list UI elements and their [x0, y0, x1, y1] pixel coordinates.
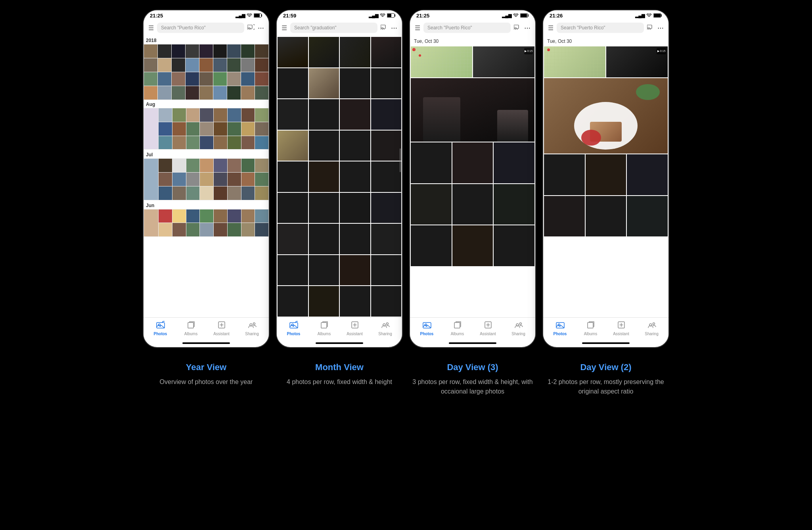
wifi-icon-2 — [380, 13, 385, 18]
month-view-title: Month View — [276, 362, 403, 373]
signal-icon-1: ▂▄▆ — [236, 13, 245, 18]
photos-icon-2 — [289, 321, 298, 331]
nav-assistant-1[interactable]: Assistant — [210, 321, 234, 336]
battery-icon-3 — [520, 13, 529, 19]
more-icon-1[interactable]: ⋯ — [258, 24, 264, 32]
photos-icon-1 — [156, 321, 165, 331]
cast-icon-4[interactable] — [647, 24, 654, 31]
desc-day-view-2: Day View (2) 1-2 photos per row, mostly … — [542, 362, 669, 396]
albums-label-3: Albums — [451, 332, 464, 336]
signal-icon-2: ▂▄▆ — [369, 13, 378, 18]
search-input-3[interactable]: Search "Puerto Rico" — [423, 23, 511, 33]
nav-albums-3[interactable]: Albums — [446, 321, 469, 336]
day-date-4: Tue, Oct 30 — [543, 36, 668, 46]
month-view-content — [277, 36, 402, 317]
day-view-3-title: Day View (3) — [409, 362, 536, 373]
svg-rect-31 — [654, 14, 661, 17]
wifi-icon-3 — [513, 13, 519, 18]
photos-label-2: Photos — [287, 332, 301, 336]
cast-icon-2[interactable] — [381, 24, 388, 31]
bottom-nav-2[interactable]: Photos Albums Assistant Sharing — [277, 317, 402, 341]
day-view-3-content: ▶ 0:15 — [410, 46, 535, 317]
sharing-icon-2 — [381, 321, 390, 331]
phone-month-view: 21:59 ▂▄▆ ☰ Search "graduation" ⋯ — [276, 10, 403, 348]
phones-row: 21:25 ▂▄▆ ☰ Search "Puerto Rico" ⋯ — [0, 0, 812, 354]
descriptions-row: Year View Overview of photos over the ye… — [0, 354, 812, 404]
sharing-icon-1 — [248, 321, 257, 331]
search-bar-1[interactable]: ☰ Search "Puerto Rico" ⋯ — [144, 20, 269, 36]
more-icon-3[interactable]: ⋯ — [524, 24, 530, 32]
search-bar-4[interactable]: ☰ Search "Puerto Rico" ⋯ — [543, 20, 668, 36]
signal-icon-3: ▂▄▆ — [502, 13, 511, 18]
svg-rect-11 — [387, 14, 391, 17]
day-view-2-title: Day View (2) — [542, 362, 669, 373]
nav-sharing-1[interactable]: Sharing — [240, 321, 264, 336]
search-placeholder-2: Search "graduation" — [294, 25, 337, 31]
nav-sharing-2[interactable]: Sharing — [373, 321, 397, 336]
menu-icon-3[interactable]: ☰ — [415, 24, 420, 32]
sharing-label-2: Sharing — [378, 332, 392, 336]
status-icons-4: ▂▄▆ — [635, 13, 662, 19]
menu-icon-1[interactable]: ☰ — [148, 24, 154, 32]
year-view-desc: Overview of photos over the year — [143, 377, 270, 387]
assistant-label-4: Assistant — [613, 332, 629, 336]
home-indicator-1 — [182, 342, 230, 344]
search-placeholder-4: Search "Puerto Rico" — [561, 25, 605, 31]
photos-label-1: Photos — [154, 332, 167, 336]
bottom-nav-3[interactable]: Photos Albums Assistant Sharing — [410, 317, 535, 341]
nav-assistant-2[interactable]: Assistant — [343, 321, 367, 336]
day-view-2-content: ▶ 0:15 — [543, 46, 668, 317]
sharing-label-4: Sharing — [645, 332, 658, 336]
search-input-1[interactable]: Search "Puerto Rico" — [157, 23, 244, 33]
nav-photos-4[interactable]: Photos — [548, 321, 572, 336]
svg-point-9 — [253, 323, 255, 325]
desc-day-view-3: Day View (3) 3 photos per row, fixed wid… — [409, 362, 536, 396]
nav-albums-1[interactable]: Albums — [179, 321, 203, 336]
svg-point-29 — [519, 323, 521, 325]
assistant-label-2: Assistant — [347, 332, 363, 336]
wifi-icon-4 — [646, 13, 652, 18]
more-icon-4[interactable]: ⋯ — [657, 24, 664, 32]
bottom-nav-4[interactable]: Photos Albums Assistant Sharing — [543, 317, 668, 341]
nav-photos-1[interactable]: Photos — [149, 321, 172, 336]
status-time-2: 21:59 — [283, 13, 296, 19]
svg-point-23 — [514, 29, 515, 30]
nav-sharing-4[interactable]: Sharing — [640, 321, 664, 336]
photos-icon-3 — [423, 321, 431, 331]
nav-sharing-3[interactable]: Sharing — [507, 321, 530, 336]
day-date-3: Tue, Oct 30 — [410, 36, 535, 46]
cast-icon-3[interactable] — [514, 24, 521, 31]
status-bar-4: 21:26 ▂▄▆ — [543, 10, 668, 20]
search-input-2[interactable]: Search "graduation" — [290, 23, 377, 33]
more-icon-2[interactable]: ⋯ — [391, 24, 397, 32]
albums-label-1: Albums — [184, 332, 197, 336]
nav-assistant-3[interactable]: Assistant — [476, 321, 500, 336]
phone-day-view-2: 21:26 ▂▄▆ ☰ Search "Puerto Rico" ⋯ Tue, … — [542, 10, 669, 348]
assistant-icon-4 — [617, 321, 625, 331]
search-input-4[interactable]: Search "Puerto Rico" — [557, 23, 644, 33]
svg-rect-36 — [588, 323, 593, 328]
cast-icon-1[interactable] — [247, 24, 255, 31]
svg-rect-16 — [321, 323, 327, 328]
bottom-nav-1[interactable]: Photos Albums Assistant Sharing — [144, 317, 269, 341]
nav-photos-3[interactable]: Photos — [415, 321, 439, 336]
assistant-label-3: Assistant — [480, 332, 496, 336]
search-placeholder-3: Search "Puerto Rico" — [427, 25, 472, 31]
menu-icon-2[interactable]: ☰ — [282, 24, 287, 32]
wifi-icon-1 — [247, 13, 252, 18]
nav-photos-2[interactable]: Photos — [282, 321, 306, 336]
year-label: 2018 — [144, 36, 269, 44]
svg-rect-6 — [188, 323, 193, 328]
sharing-label-1: Sharing — [245, 332, 259, 336]
svg-point-19 — [386, 323, 388, 325]
search-bar-2[interactable]: ☰ Search "graduation" ⋯ — [277, 20, 402, 36]
albums-label-4: Albums — [584, 332, 597, 336]
search-placeholder-1: Search "Puerto Rico" — [161, 25, 206, 31]
nav-assistant-4[interactable]: Assistant — [609, 321, 633, 336]
nav-albums-4[interactable]: Albums — [579, 321, 603, 336]
photos-label-4: Photos — [553, 332, 567, 336]
menu-icon-4[interactable]: ☰ — [548, 24, 553, 32]
search-bar-3[interactable]: ☰ Search "Puerto Rico" ⋯ — [410, 20, 535, 36]
nav-albums-2[interactable]: Albums — [312, 321, 336, 336]
svg-point-39 — [653, 323, 655, 325]
